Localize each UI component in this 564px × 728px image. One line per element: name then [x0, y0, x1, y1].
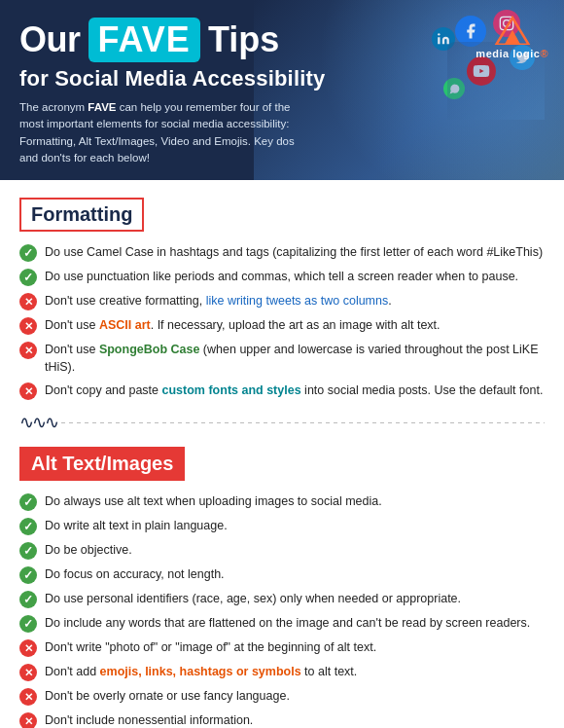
list-item: Don't be overly ornate or use fancy lang…: [19, 687, 545, 706]
header-tips: Tips: [208, 19, 279, 60]
list-item: Do write alt text in plain language.: [19, 517, 545, 535]
alt-text-title: Alt Text/Images: [31, 453, 173, 474]
item-text: Do write alt text in plain language.: [45, 517, 228, 534]
item-text: Don't write "photo of" or "image of" at …: [45, 638, 376, 656]
main-content: Formatting Do use Camel Case in hashtags…: [0, 180, 564, 728]
svg-marker-6: [504, 30, 520, 45]
check-icon: [19, 615, 37, 633]
formatting-section: Formatting Do use Camel Case in hashtags…: [19, 194, 545, 400]
logo-registered: ®: [540, 48, 548, 59]
check-icon: [19, 518, 37, 535]
list-item: Don't add emojis, links, hashtags or sym…: [19, 663, 545, 681]
x-icon: [19, 664, 37, 681]
section-divider: ∿∿∿: [19, 412, 545, 433]
header-desc: The acronym FAVE can help you remember f…: [19, 99, 311, 166]
media-logic-logo: media logic®: [476, 14, 548, 59]
list-item: Don't copy and paste custom fonts and st…: [19, 382, 545, 400]
formatting-title: Formatting: [31, 203, 132, 225]
header-fave: FAVE: [98, 19, 191, 59]
check-icon: [19, 269, 37, 286]
link-two-columns[interactable]: like writing tweets as two columns: [206, 294, 389, 308]
item-text: Don't be overly ornate or use fancy lang…: [45, 687, 290, 705]
list-item: Don't use ASCII art. If necessary, uploa…: [19, 316, 545, 335]
x-icon: [19, 639, 37, 657]
check-icon: [19, 566, 37, 584]
item-text: Don't use creative formatting, like writ…: [45, 292, 392, 309]
fave-bold: FAVE: [88, 101, 116, 113]
alt-text-header: Alt Text/Images: [19, 447, 185, 481]
check-icon: [19, 244, 37, 262]
list-item: Do always use alt text when uploading im…: [19, 492, 545, 511]
x-icon: [19, 382, 37, 400]
wave-decoration: ∿∿∿: [19, 412, 57, 433]
link-custom-fonts[interactable]: custom fonts and styles: [162, 383, 301, 397]
header-subtitle: for Social Media Accessibility: [19, 66, 545, 91]
list-item: Don't use SpongeBob Case (when upper and…: [19, 341, 545, 376]
x-icon: [19, 317, 37, 335]
header-content: Our FAVE Tips for Social Media Accessibi…: [19, 18, 545, 166]
item-text: Do be objective.: [45, 541, 132, 559]
link-emojis-links[interactable]: emojis, links, hashtags or symbols: [100, 665, 301, 678]
header-fave-box: FAVE: [88, 18, 200, 62]
check-icon: [19, 493, 37, 511]
item-text: Do include any words that are flattened …: [45, 614, 530, 632]
check-icon: [19, 542, 37, 560]
item-text: Don't include nonessential information.: [45, 711, 253, 728]
alt-text-section: Alt Text/Images Do always use alt text w…: [19, 443, 545, 728]
logo-text: media logic®: [476, 48, 548, 59]
header-title-line: Our FAVE Tips: [19, 18, 545, 62]
logo-icon: [492, 14, 533, 45]
list-item: Do be objective.: [19, 541, 545, 560]
list-item: Don't write "photo of" or "image of" at …: [19, 638, 545, 657]
x-icon: [19, 342, 37, 359]
item-text: Do use punctuation like periods and comm…: [45, 268, 518, 285]
item-text: Don't use SpongeBob Case (when upper and…: [45, 341, 545, 376]
item-text: Do focus on accuracy, not length.: [45, 565, 225, 583]
formatting-header: Formatting: [19, 198, 144, 232]
item-text: Don't copy and paste custom fonts and st…: [45, 382, 543, 399]
x-icon: [19, 293, 37, 310]
link-ascii-art[interactable]: ASCII art: [99, 318, 151, 332]
list-item: Do include any words that are flattened …: [19, 614, 545, 633]
check-icon: [19, 591, 37, 608]
link-spongebob-case[interactable]: SpongeBob Case: [99, 343, 200, 356]
list-item: Don't include nonessential information.: [19, 711, 545, 728]
item-text: Do use Camel Case in hashtags and tags (…: [45, 243, 543, 261]
item-text: Do use personal identifiers (race, age, …: [45, 590, 461, 607]
list-item: Do use punctuation like periods and comm…: [19, 268, 545, 286]
list-item: Don't use creative formatting, like writ…: [19, 292, 545, 310]
item-text: Don't use ASCII art. If necessary, uploa…: [45, 316, 441, 334]
item-text: Don't add emojis, links, hashtags or sym…: [45, 663, 357, 680]
divider-line: [61, 422, 545, 424]
x-icon: [19, 688, 37, 706]
item-text: Do always use alt text when uploading im…: [45, 492, 382, 510]
list-item: Do focus on accuracy, not length.: [19, 565, 545, 584]
x-icon: [19, 712, 37, 728]
header: Our FAVE Tips for Social Media Accessibi…: [0, 0, 564, 180]
header-our: Our: [19, 19, 81, 60]
list-item: Do use personal identifiers (race, age, …: [19, 590, 545, 608]
list-item: Do use Camel Case in hashtags and tags (…: [19, 243, 545, 262]
